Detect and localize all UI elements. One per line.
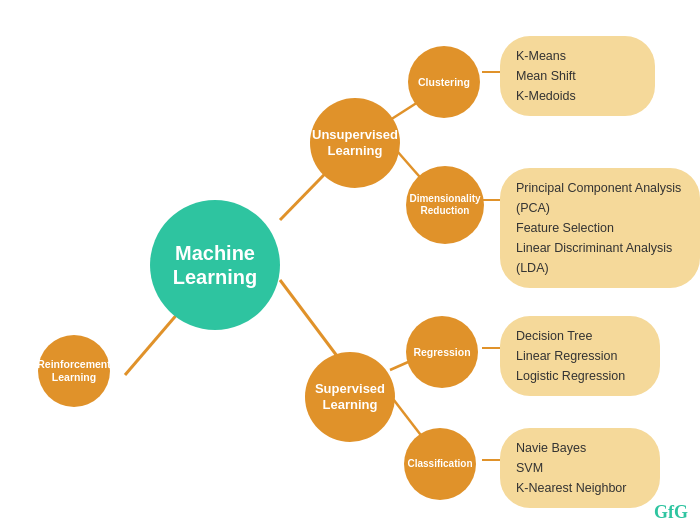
classification-label: Classification (407, 458, 472, 470)
supervised-node: Supervised Learning (305, 352, 395, 442)
reg-item-3: Logistic Regression (516, 366, 644, 386)
clustering-item-1: K-Means (516, 46, 639, 66)
regression-label: Regression (413, 346, 470, 359)
clustering-item-2: Mean Shift (516, 66, 639, 86)
reinforcement-label: Reinforcement Learning (37, 358, 111, 383)
cls-item-1: Navie Bayes (516, 438, 644, 458)
dimensionality-label: Dimensionality Reduction (409, 193, 480, 217)
unsupervised-node: Unsupervised Learning (310, 98, 400, 188)
classification-leaf: Navie Bayes SVM K-Nearest Neighbor (500, 428, 660, 508)
regression-leaf: Decision Tree Linear Regression Logistic… (500, 316, 660, 396)
dim-item-2: Feature Selection (516, 218, 684, 238)
clustering-leaf: K-Means Mean Shift K-Medoids (500, 36, 655, 116)
dimensionality-node: Dimensionality Reduction (406, 166, 484, 244)
regression-node: Regression (406, 316, 478, 388)
center-node: Machine Learning (150, 200, 280, 330)
dim-item-1: Principal Component Analysis (PCA) (516, 178, 684, 218)
logo-text: GfG (654, 502, 688, 522)
reg-item-2: Linear Regression (516, 346, 644, 366)
mind-map-canvas: Machine Learning Unsupervised Learning S… (0, 0, 700, 531)
clustering-node: Clustering (408, 46, 480, 118)
center-label: Machine Learning (173, 241, 257, 289)
clustering-label: Clustering (418, 76, 470, 89)
cls-item-3: K-Nearest Neighbor (516, 478, 644, 498)
reg-item-1: Decision Tree (516, 326, 644, 346)
clustering-item-3: K-Medoids (516, 86, 639, 106)
dimensionality-leaf: Principal Component Analysis (PCA) Featu… (500, 168, 700, 288)
classification-node: Classification (404, 428, 476, 500)
cls-item-2: SVM (516, 458, 644, 478)
supervised-label: Supervised Learning (315, 381, 385, 412)
gfg-logo: GfG (654, 502, 688, 523)
dim-item-3: Linear Discriminant Analysis (LDA) (516, 238, 684, 278)
reinforcement-node: Reinforcement Learning (38, 335, 110, 407)
unsupervised-label: Unsupervised Learning (312, 127, 398, 158)
